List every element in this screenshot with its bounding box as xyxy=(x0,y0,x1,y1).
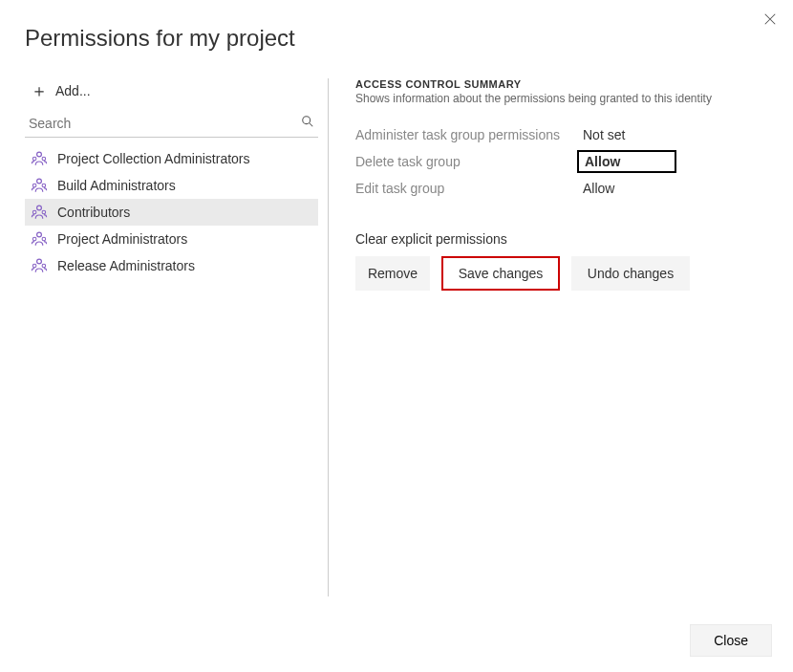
dialog-content: ＋ Add... Project Collection Administrato… xyxy=(0,52,793,596)
save-changes-button[interactable]: Save changes xyxy=(441,256,560,291)
group-icon xyxy=(31,177,48,194)
svg-point-8 xyxy=(37,206,42,210)
svg-point-15 xyxy=(32,264,36,268)
permission-value[interactable]: Allow xyxy=(577,179,620,198)
svg-point-9 xyxy=(32,210,36,214)
identity-pane: ＋ Add... Project Collection Administrato… xyxy=(25,78,329,596)
identity-list-item-label: Contributors xyxy=(57,205,130,220)
svg-point-16 xyxy=(42,264,46,268)
svg-point-14 xyxy=(37,259,42,264)
clear-explicit-permissions[interactable]: Clear explicit permissions xyxy=(355,231,768,247)
plus-icon: ＋ xyxy=(31,82,48,99)
svg-point-2 xyxy=(37,152,42,157)
undo-changes-button[interactable]: Undo changes xyxy=(571,256,690,291)
svg-point-7 xyxy=(42,184,46,187)
svg-point-12 xyxy=(32,237,36,241)
permission-label: Delete task group xyxy=(355,154,577,169)
svg-line-1 xyxy=(310,123,313,127)
acs-heading: ACCESS CONTROL SUMMARY xyxy=(355,78,768,90)
permission-label: Administer task group permissions xyxy=(355,127,577,142)
identity-list-item-label: Project Administrators xyxy=(57,231,187,247)
remove-button[interactable]: Remove xyxy=(355,256,430,291)
identity-list-item[interactable]: Project Collection Administrators xyxy=(25,145,318,172)
close-button[interactable]: Close xyxy=(690,624,772,657)
identity-list-item[interactable]: Release Administrators xyxy=(25,252,318,279)
permission-row: Administer task group permissionsNot set xyxy=(355,122,768,147)
svg-point-5 xyxy=(37,179,42,184)
group-icon xyxy=(31,230,48,248)
dialog-close-icon[interactable] xyxy=(761,10,780,29)
identity-list-item-label: Build Administrators xyxy=(57,178,176,193)
dialog-footer: Close xyxy=(690,624,772,657)
permission-label: Edit task group xyxy=(355,181,577,196)
add-identity-button[interactable]: ＋ Add... xyxy=(25,78,318,111)
svg-point-4 xyxy=(42,157,46,161)
action-button-row: Remove Save changes Undo changes xyxy=(355,256,768,291)
svg-point-3 xyxy=(32,157,36,161)
identity-list-item-label: Project Collection Administrators xyxy=(57,151,250,166)
permission-pane: ACCESS CONTROL SUMMARY Shows information… xyxy=(329,78,768,596)
search-icon[interactable] xyxy=(301,115,314,131)
dialog-title: Permissions for my project xyxy=(0,0,793,52)
identity-list-item-label: Release Administrators xyxy=(57,258,195,273)
add-identity-label: Add... xyxy=(55,83,91,98)
identity-list-item[interactable]: Project Administrators xyxy=(25,226,318,252)
svg-point-13 xyxy=(42,237,46,241)
identity-list-item[interactable]: Build Administrators xyxy=(25,172,318,199)
permission-value[interactable]: Not set xyxy=(577,125,631,144)
permission-row: Edit task groupAllow xyxy=(355,176,768,201)
identity-list-item[interactable]: Contributors xyxy=(25,199,318,226)
svg-point-10 xyxy=(42,210,46,214)
svg-point-11 xyxy=(37,232,42,237)
search-input[interactable] xyxy=(29,116,301,131)
svg-point-6 xyxy=(32,184,36,187)
group-icon xyxy=(31,150,48,167)
permission-value[interactable]: Allow xyxy=(577,150,676,173)
group-icon xyxy=(31,204,48,221)
acs-subtitle: Shows information about the permissions … xyxy=(355,92,768,105)
svg-point-0 xyxy=(303,117,311,124)
permission-table: Administer task group permissionsNot set… xyxy=(355,122,768,201)
search-row xyxy=(25,111,318,138)
identity-list: Project Collection AdministratorsBuild A… xyxy=(25,145,318,279)
group-icon xyxy=(31,257,48,274)
permission-row: Delete task groupAllow xyxy=(355,147,768,176)
